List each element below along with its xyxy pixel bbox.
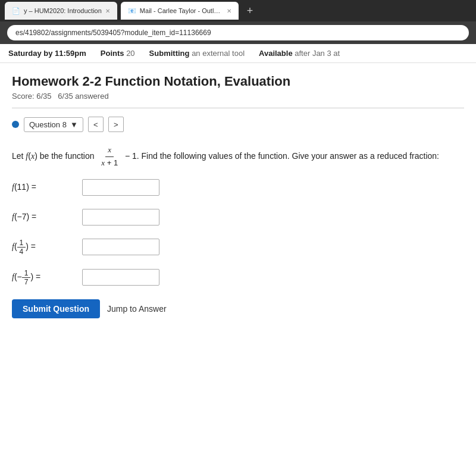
new-tab-button[interactable]: + <box>242 2 258 20</box>
tab2-icon: 📧 <box>128 7 136 15</box>
tab2-label: Mail - Carlee Taylor - Outlook <box>140 7 223 14</box>
points-label: Points <box>101 49 124 58</box>
answer-row-2: f(−7) = <box>12 209 464 226</box>
answer-row-1: f(11) = <box>12 179 464 196</box>
problem-prefix: Let f(x) be the function <box>12 151 96 161</box>
question-selector: Question 8 ▼ < > <box>12 117 464 132</box>
answer-label-1: f(11) = <box>12 182 77 192</box>
answered-value: 6/35 answered <box>58 92 108 101</box>
question-dropdown[interactable]: Question 8 ▼ <box>24 117 83 132</box>
address-bar-row: es/419802/assignments/5039405?module_ite… <box>0 21 476 44</box>
answer-row-3: f(14) = <box>12 239 464 256</box>
page-title: Homework 2-2 Function Notation, Evaluati… <box>12 74 464 89</box>
dropdown-chevron-icon: ▼ <box>70 120 78 129</box>
answer-input-4[interactable] <box>82 269 159 286</box>
section-divider <box>12 108 464 108</box>
due-label: Saturday by 11:59pm <box>8 49 86 58</box>
points-section: Points 20 <box>101 49 135 58</box>
submit-question-button[interactable]: Submit Question <box>12 299 100 318</box>
tab-2[interactable]: 📧 Mail - Carlee Taylor - Outlook ✕ <box>121 2 239 20</box>
problem-suffix: − 1. Find the following values of the fu… <box>123 151 439 161</box>
page-content: Homework 2-2 Function Notation, Evaluati… <box>0 63 476 329</box>
tab1-icon: 📄 <box>12 7 20 15</box>
available-value: after Jan 3 at <box>295 49 340 58</box>
assignment-toolbar: Saturday by 11:59pm Points 20 Submitting… <box>0 44 476 63</box>
address-input[interactable]: es/419802/assignments/5039405?module_ite… <box>7 25 469 40</box>
browser-chrome: 📄 y – HUM2020: Introduction ✕ 📧 Mail - C… <box>0 0 476 21</box>
tab1-close[interactable]: ✕ <box>105 8 110 14</box>
problem-fraction: x x + 1 <box>99 144 120 170</box>
answer-input-2[interactable] <box>82 209 159 226</box>
answer-label-4: f(−17) = <box>12 269 77 286</box>
answer-label-3: f(14) = <box>12 239 77 256</box>
next-question-button[interactable]: > <box>108 117 124 132</box>
available-section: Available after Jan 3 at <box>259 49 340 58</box>
answer-input-3[interactable] <box>82 239 159 255</box>
score-line: Score: 6/35 6/35 answered <box>12 92 464 101</box>
tab-1[interactable]: 📄 y – HUM2020: Introduction ✕ <box>5 2 117 20</box>
jump-to-answer-button[interactable]: Jump to Answer <box>107 304 167 314</box>
submitting-section: Submitting an external tool <box>149 49 245 58</box>
score-value: Score: 6/35 <box>12 92 52 101</box>
prev-question-button[interactable]: < <box>88 117 104 132</box>
tab2-close[interactable]: ✕ <box>227 8 231 14</box>
problem-statement: Let f(x) be the function x x + 1 − 1. Fi… <box>12 144 464 170</box>
submitting-value: an external tool <box>192 49 245 58</box>
question-status-dot <box>12 121 19 128</box>
available-label: Available <box>259 49 293 58</box>
points-value: 20 <box>126 49 134 58</box>
question-dropdown-label: Question 8 <box>29 120 67 129</box>
answer-label-2: f(−7) = <box>12 212 77 222</box>
answer-row-4: f(−17) = <box>12 269 464 286</box>
tab1-label: y – HUM2020: Introduction <box>24 7 102 14</box>
fraction-numerator: x <box>105 144 114 157</box>
action-buttons: Submit Question Jump to Answer <box>12 299 464 318</box>
answer-input-1[interactable] <box>82 179 159 196</box>
fraction-denominator: x + 1 <box>99 157 120 170</box>
submitting-label: Submitting <box>149 49 190 58</box>
